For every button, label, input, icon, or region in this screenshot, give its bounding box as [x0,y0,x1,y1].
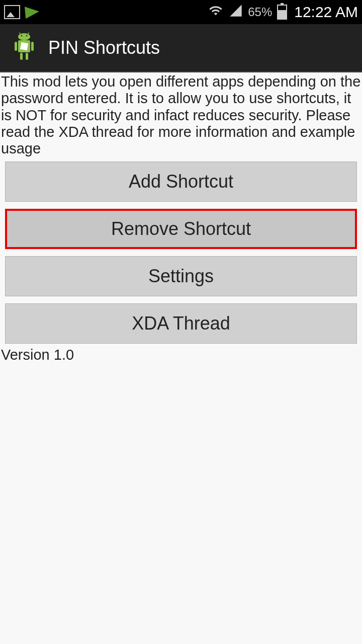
app-bar: PIN Shortcuts [0,24,362,72]
svg-line-2 [28,33,30,34]
svg-rect-7 [15,42,17,51]
app-icon [8,32,40,64]
svg-point-4 [26,35,28,37]
signal-icon [228,4,244,21]
button-stack: Add Shortcut Remove Shortcut Settings XD… [0,162,362,344]
settings-button[interactable]: Settings [5,256,357,296]
battery-icon [277,5,287,20]
wifi-icon [208,4,224,21]
version-text: Version 1.0 [0,344,362,366]
svg-point-3 [21,35,23,37]
svg-point-0 [18,33,30,40]
remove-shortcut-button[interactable]: Remove Shortcut [5,209,357,249]
svg-line-1 [19,33,20,34]
add-shortcut-button[interactable]: Add Shortcut [5,162,357,202]
main-content: This mod lets you open different apps de… [0,72,362,366]
battery-percent: 65% [248,5,272,19]
svg-rect-6 [20,42,28,50]
svg-rect-8 [31,42,34,51]
clock: 12:22 AM [294,4,358,21]
paper-plane-icon [25,6,40,19]
status-bar: 65% 12:22 AM [0,0,362,24]
image-notification-icon [4,5,20,19]
app-title: PIN Shortcuts [48,37,160,58]
description-text: This mod lets you open different apps de… [0,72,362,162]
svg-rect-9 [20,53,23,60]
xda-thread-button[interactable]: XDA Thread [5,303,357,344]
svg-rect-10 [26,53,28,60]
